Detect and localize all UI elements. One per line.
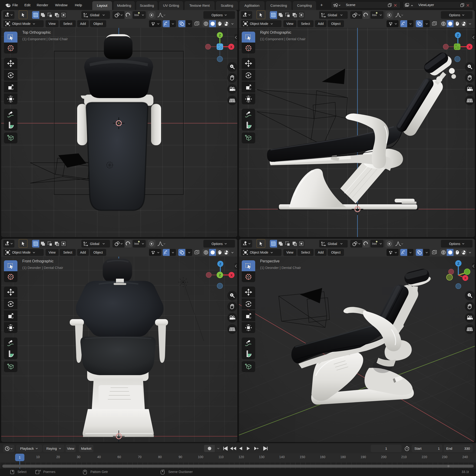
svg-text:Z: Z [219,273,221,277]
svg-text:X: X [230,45,232,49]
svg-text:X: X [464,276,466,280]
svg-text:X: X [230,273,233,277]
svg-text:Z: Z [457,33,459,37]
svg-text:Z: Z [219,33,221,37]
svg-text:Z: Z [457,261,459,265]
svg-text:X: X [468,45,471,49]
svg-text:Z: Z [219,262,221,266]
